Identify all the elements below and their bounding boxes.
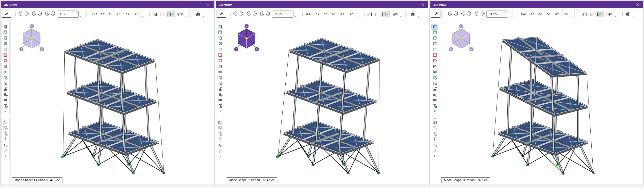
- show-lines-icon[interactable]: [217, 41, 224, 46]
- sum-results-icon[interactable]: Σ: [432, 137, 438, 142]
- dropdown-arrow-icon[interactable]: [400, 16, 402, 17]
- type-label[interactable]: Type: [605, 12, 614, 16]
- group-grip[interactable]: [230, 11, 231, 16]
- rotate-plusminus-x-button[interactable]: +X: [17, 11, 23, 17]
- lock-view-icon[interactable]: [432, 92, 438, 97]
- filter-objects-icon[interactable]: [432, 103, 438, 108]
- hide-frames-icon[interactable]: [2, 58, 8, 63]
- group-grip[interactable]: [578, 11, 580, 16]
- close-icon[interactable]: ✕: [206, 2, 211, 7]
- view-xz-button[interactable]: XZ: [536, 12, 544, 16]
- apply-extrusion-button[interactable]: [151, 11, 158, 17]
- shrink-objects-icon[interactable]: [2, 69, 8, 75]
- rotate-plusminus-z-button[interactable]: +Z: [258, 11, 265, 17]
- view-yz-button[interactable]: YZ: [329, 12, 337, 16]
- view-yz-button[interactable]: YZ: [114, 12, 122, 16]
- filter-tables-icon[interactable]: [217, 131, 224, 136]
- rotate-plusminus-y-button[interactable]: +Y: [30, 11, 36, 17]
- view-xy-button[interactable]: XY: [314, 12, 322, 16]
- extrusion-mode-button[interactable]: [166, 11, 175, 17]
- rotate-plusminus-x-button[interactable]: +X: [446, 11, 453, 17]
- group-grip[interactable]: [517, 11, 518, 16]
- set-display-options-button[interactable]: [2, 9, 11, 18]
- filter-objects-icon[interactable]: [2, 103, 8, 108]
- set-display-options-button[interactable]: [431, 9, 440, 18]
- group-grip[interactable]: [302, 11, 303, 16]
- rotate-minus-y-button[interactable]: -Y: [252, 11, 258, 17]
- unlock-model-icon[interactable]: [432, 86, 438, 92]
- view-minus-xy-button[interactable]: -XY: [552, 12, 561, 16]
- view-minus-xy-button[interactable]: -XY: [122, 12, 132, 16]
- rotate-plusminus-y-button[interactable]: +Y: [460, 11, 466, 17]
- more-display-options-icon[interactable]: [217, 108, 224, 114]
- lock-view-icon[interactable]: [2, 92, 8, 97]
- titlebar[interactable]: 3D View ✕: [216, 1, 428, 8]
- refresh-tables-icon[interactable]: [217, 125, 224, 131]
- hide-lines-icon[interactable]: [2, 64, 8, 69]
- object-display-options-icon[interactable]: [432, 75, 438, 80]
- view-xz-button[interactable]: XZ: [107, 12, 114, 16]
- lock-2d-button[interactable]: 2D: [410, 10, 416, 18]
- show-frames-icon[interactable]: [2, 35, 8, 41]
- save-view-icon[interactable]: [217, 80, 224, 86]
- group-grip[interactable]: [192, 11, 194, 16]
- group-grip[interactable]: [364, 11, 365, 16]
- extrusion-off-button[interactable]: [374, 11, 380, 17]
- show-tables-icon[interactable]: [432, 120, 438, 125]
- dropdown-arrow-icon[interactable]: [571, 16, 573, 17]
- dropdown-arrow-icon[interactable]: [356, 16, 358, 17]
- sum-selected-icon[interactable]: Σ: [217, 142, 224, 148]
- extrusion-off-button[interactable]: [159, 11, 165, 17]
- show-all-icon[interactable]: [2, 97, 8, 103]
- display-colors-icon[interactable]: [432, 148, 438, 153]
- rotate-minus-z-button[interactable]: -Z: [265, 11, 271, 17]
- lock-view-icon[interactable]: [217, 92, 224, 97]
- rotation-angle-input[interactable]: [488, 12, 501, 16]
- type-label[interactable]: Type: [390, 12, 399, 16]
- shrink-objects-icon[interactable]: [432, 69, 438, 75]
- close-icon[interactable]: ✕: [420, 2, 426, 7]
- set-display-options-button[interactable]: [216, 9, 226, 18]
- show-joints-icon[interactable]: [217, 30, 224, 35]
- rotation-angle-input[interactable]: [59, 12, 71, 16]
- rotate-minus-x-button[interactable]: -X: [24, 11, 30, 17]
- show-all-icon[interactable]: [217, 97, 224, 103]
- dropdown-arrow-icon[interactable]: [185, 16, 187, 17]
- show-all-icon[interactable]: [432, 97, 438, 103]
- rotate-minus-x-button[interactable]: -X: [453, 11, 460, 17]
- refresh-tables-icon[interactable]: [432, 125, 438, 131]
- save-view-icon[interactable]: [2, 80, 8, 86]
- filter-tables-icon[interactable]: [432, 131, 438, 136]
- extruded-shapes-icon[interactable]: [2, 24, 8, 29]
- sum-results-icon[interactable]: Σ: [217, 137, 224, 142]
- filter-tables-icon[interactable]: [2, 131, 8, 136]
- dropdown-arrow-icon[interactable]: [509, 16, 511, 17]
- group-grip[interactable]: [87, 11, 88, 16]
- view-minus-yz-button[interactable]: -YZ: [346, 12, 355, 16]
- show-lines-icon[interactable]: [432, 41, 438, 46]
- object-display-options-icon[interactable]: [217, 75, 224, 80]
- rotate-plusminus-z-button[interactable]: +Z: [44, 11, 50, 17]
- view-iso-button[interactable]: ISO: [304, 12, 314, 16]
- view-yz-button[interactable]: YZ: [544, 12, 552, 16]
- show-shells-icon[interactable]: [432, 47, 438, 52]
- view-iso-button[interactable]: ISO: [519, 12, 528, 16]
- view-minus-yz-button[interactable]: -YZ: [561, 12, 570, 16]
- rotate-plusminus-x-button[interactable]: +X: [232, 11, 238, 17]
- dropdown-arrow-icon[interactable]: [202, 16, 204, 17]
- group-grip[interactable]: [407, 11, 408, 16]
- rotation-angle-input[interactable]: [274, 12, 286, 16]
- hide-lines-icon[interactable]: [217, 64, 224, 69]
- extrusion-mode-button[interactable]: [596, 11, 604, 17]
- save-view-icon[interactable]: [432, 80, 438, 86]
- show-joints-icon[interactable]: [2, 30, 8, 35]
- rotate-minus-x-button[interactable]: -X: [239, 11, 245, 17]
- view-xy-button[interactable]: XY: [99, 12, 107, 16]
- shrink-objects-icon[interactable]: [217, 69, 224, 75]
- hide-joints-icon[interactable]: [432, 52, 438, 58]
- type-label[interactable]: Type: [175, 12, 184, 16]
- rotate-minus-z-button[interactable]: -Z: [50, 11, 56, 17]
- show-lines-icon[interactable]: [2, 41, 8, 46]
- dropdown-arrow-icon[interactable]: [141, 16, 143, 17]
- filter-objects-icon[interactable]: [217, 103, 224, 108]
